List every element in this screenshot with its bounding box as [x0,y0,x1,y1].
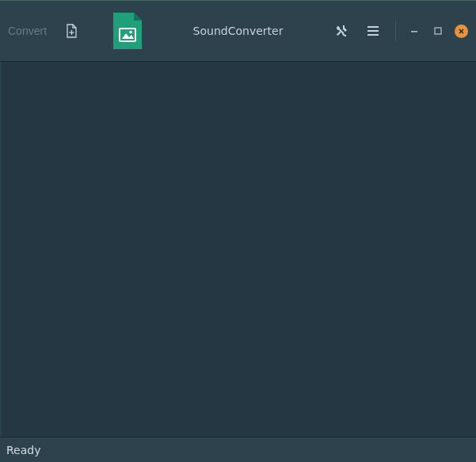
svg-rect-8 [411,31,417,32]
add-file-button[interactable] [61,20,83,42]
hamburger-icon [367,26,379,36]
close-button[interactable] [455,25,468,38]
svg-rect-7 [367,34,379,36]
svg-rect-9 [435,28,441,34]
preferences-button[interactable] [330,20,352,42]
app-icon [112,11,143,51]
app-image-file-icon [112,11,143,51]
headerbar-right [330,20,468,42]
hamburger-menu-button[interactable] [362,20,384,42]
minimize-button[interactable] [407,24,421,38]
statusbar: Ready [0,437,476,462]
maximize-icon [434,27,442,35]
tools-icon [334,24,348,38]
convert-button[interactable]: Convert [5,20,50,42]
maximize-button[interactable] [431,24,445,38]
window-title: SoundConverter [193,25,284,37]
headerbar-left: Convert [5,11,143,51]
svg-rect-5 [367,26,379,28]
close-icon [458,28,465,35]
headerbar: Convert S [0,0,476,62]
svg-rect-6 [367,30,379,32]
file-list-area[interactable] [0,62,476,437]
minimize-icon [410,27,418,35]
status-text: Ready [6,444,40,456]
svg-point-4 [129,31,132,34]
separator [395,21,396,41]
add-file-icon [66,24,78,38]
